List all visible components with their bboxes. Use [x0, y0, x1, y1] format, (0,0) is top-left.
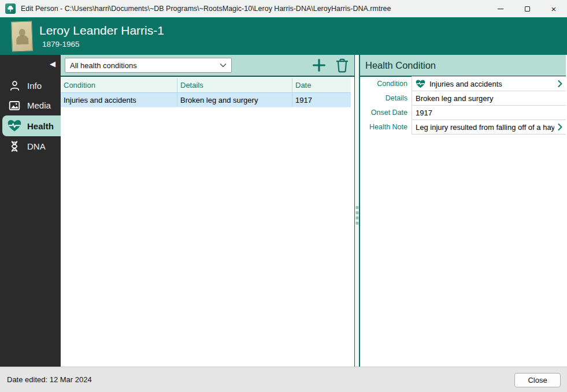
- sidebar-item-media[interactable]: Media: [0, 96, 61, 115]
- title-bar: Edit Person - C:\Users\harri\Documents\~…: [0, 0, 567, 17]
- maximize-icon: [525, 6, 530, 12]
- health-heart-icon: [8, 119, 21, 133]
- close-window-button[interactable]: ×: [540, 0, 567, 17]
- column-header-condition[interactable]: Condition: [61, 78, 177, 92]
- chevron-right-icon: [558, 124, 562, 130]
- app-tree-icon: [5, 3, 16, 14]
- condition-field[interactable]: Injuries and accidents: [412, 76, 566, 91]
- sidebar-item-label: Media: [27, 100, 51, 110]
- close-button[interactable]: Close: [514, 373, 561, 387]
- sidebar: ◀ Info: [0, 55, 61, 367]
- health-note-field[interactable]: Leg injury resulted from falling off of …: [412, 120, 566, 135]
- onset-date-field-label: Onset Date: [360, 105, 412, 120]
- person-icon: [8, 79, 21, 93]
- row-condition: Injuries and accidents: [61, 93, 177, 107]
- maximize-button[interactable]: [514, 0, 540, 17]
- sidebar-item-label: DNA: [27, 141, 46, 151]
- onset-date-value: 1917: [416, 109, 562, 117]
- close-icon: ×: [551, 5, 557, 13]
- chevron-right-icon: [558, 80, 562, 87]
- status-bar: Date edited: 12 Mar 2024 Close: [0, 367, 567, 392]
- health-list-panel: All health conditions: [61, 55, 354, 367]
- details-field[interactable]: Broken leg and surgery: [412, 91, 566, 106]
- trash-icon: [335, 58, 349, 73]
- health-toolbar: All health conditions: [61, 55, 354, 77]
- media-icon: [8, 99, 21, 113]
- row-details: Broken leg and surgery: [177, 93, 292, 107]
- condition-value: Injuries and accidents: [429, 80, 554, 88]
- onset-date-field[interactable]: 1917: [412, 105, 566, 120]
- person-photo-thumbnail[interactable]: [11, 21, 33, 51]
- edit-person-window: Edit Person - C:\Users\harri\Documents\~…: [0, 0, 567, 392]
- health-conditions-table: Condition Details Date Injuries and acci…: [61, 78, 351, 107]
- add-condition-button[interactable]: [312, 58, 327, 73]
- column-header-details[interactable]: Details: [177, 78, 292, 92]
- health-heart-icon: [416, 80, 425, 88]
- dna-icon: [8, 140, 21, 154]
- condition-filter-value: All health conditions: [70, 61, 137, 70]
- window-title: Edit Person - C:\Users\harri\Documents\~…: [21, 5, 391, 13]
- sidebar-item-health[interactable]: Health: [2, 115, 61, 136]
- column-header-date[interactable]: Date: [292, 78, 351, 92]
- health-note-value: Leg injury resulted from falling off of …: [416, 123, 554, 132]
- person-name: Leroy Leander Harris-1: [39, 24, 164, 38]
- sidebar-item-label: Info: [27, 81, 42, 91]
- health-note-field-label: Health Note: [360, 120, 412, 135]
- splitter-grip-icon: [355, 204, 358, 227]
- condition-field-row: Condition Injuries and accidents: [360, 76, 566, 91]
- health-condition-detail-panel: Health Condition Condition Injuries and …: [360, 55, 566, 367]
- delete-condition-button[interactable]: [335, 58, 349, 73]
- details-value: Broken leg and surgery: [416, 94, 562, 103]
- table-header-row: Condition Details Date: [61, 78, 351, 93]
- detail-panel-title: Health Condition: [360, 55, 566, 77]
- sidebar-collapse-icon[interactable]: ◀: [50, 59, 55, 68]
- person-header: Leroy Leander Harris-1 1879-1965: [0, 17, 567, 55]
- chevron-down-icon: [220, 63, 227, 68]
- sidebar-item-info[interactable]: Info: [0, 76, 61, 95]
- date-edited-label: Date edited: 12 Mar 2024: [7, 375, 92, 384]
- table-row[interactable]: Injuries and accidents Broken leg and su…: [61, 93, 351, 107]
- minimize-icon: [498, 9, 503, 9]
- person-years: 1879-1965: [42, 40, 80, 48]
- health-note-field-row: Health Note Leg injury resulted from fal…: [360, 120, 566, 135]
- row-date: 1917: [292, 93, 351, 107]
- condition-filter-select[interactable]: All health conditions: [65, 58, 232, 73]
- sidebar-item-label: Health: [27, 121, 54, 131]
- onset-date-field-row: Onset Date 1917: [360, 105, 566, 120]
- sidebar-item-dna[interactable]: DNA: [0, 137, 61, 156]
- details-field-label: Details: [360, 91, 412, 106]
- plus-icon: [312, 58, 327, 73]
- panel-splitter[interactable]: [354, 55, 360, 367]
- details-field-row: Details Broken leg and surgery: [360, 91, 566, 106]
- minimize-button[interactable]: [487, 0, 514, 17]
- condition-field-label: Condition: [360, 76, 412, 91]
